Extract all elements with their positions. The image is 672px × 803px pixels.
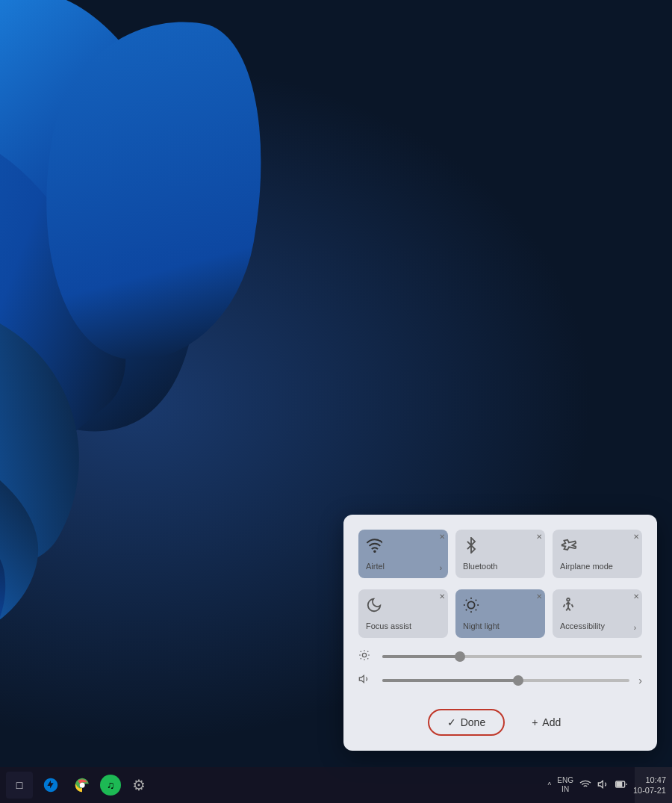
svg-line-9 <box>476 600 476 601</box>
wifi-tray-icon[interactable] <box>579 778 591 793</box>
airplane-label: Airplane mode <box>560 562 613 571</box>
wifi-tile[interactable]: ✕ › Airtel <box>358 530 448 578</box>
brightness-thumb[interactable] <box>455 651 465 662</box>
add-button[interactable]: + Add <box>520 709 573 736</box>
done-button[interactable]: ✓ Done <box>428 709 505 736</box>
volume-track[interactable] <box>382 679 629 682</box>
accessibility-icon <box>560 597 576 617</box>
notification-area[interactable] <box>635 767 672 803</box>
moon-icon <box>366 597 382 617</box>
svg-point-1 <box>467 601 474 608</box>
taskbar-app-edge[interactable] <box>37 772 64 799</box>
accessibility-label: Accessibility <box>560 621 605 630</box>
volume-expand-icon[interactable]: › <box>638 675 642 686</box>
taskbar-right-area: ^ ENGIN <box>548 775 666 796</box>
brightness-icon <box>463 597 479 617</box>
wifi-pin-icon: ✕ <box>439 533 445 541</box>
focus-pin-icon: ✕ <box>439 592 445 601</box>
night-light-label: Night light <box>463 621 500 630</box>
bluetooth-label: Bluetooth <box>463 562 497 571</box>
bluetooth-tile[interactable]: ✕ Bluetooth <box>455 530 545 578</box>
accessibility-pin-icon: ✕ <box>633 592 639 601</box>
volume-icon <box>358 673 373 688</box>
svg-line-18 <box>361 658 361 659</box>
wallpaper-petals <box>0 0 388 613</box>
focus-assist-label: Focus assist <box>366 621 411 630</box>
taskbar-app-unknown[interactable]: □ <box>6 772 33 799</box>
taskbar-app-chrome[interactable] <box>69 772 96 799</box>
volume-slider-row: › <box>358 673 642 688</box>
svg-marker-20 <box>359 675 364 682</box>
svg-line-5 <box>476 610 476 610</box>
brightness-track[interactable] <box>382 655 642 658</box>
brightness-slider-row <box>358 649 642 664</box>
done-label: Done <box>461 716 485 728</box>
volume-fill <box>382 679 518 682</box>
airplane-icon <box>560 537 576 557</box>
focus-assist-tile[interactable]: ✕ Focus assist <box>358 589 448 638</box>
wifi-icon <box>366 537 382 557</box>
taskbar-app-settings[interactable]: ⚙ <box>125 772 152 799</box>
taskbar-apps: □ ♫ ⚙ <box>6 772 152 799</box>
done-check-icon: ✓ <box>447 716 456 728</box>
svg-marker-23 <box>598 781 603 787</box>
svg-line-19 <box>367 651 368 652</box>
taskbar-app-spotify[interactable]: ♫ <box>100 775 121 796</box>
brightness-fill <box>382 655 460 658</box>
svg-line-8 <box>466 610 467 610</box>
svg-line-14 <box>361 651 361 652</box>
battery-tray-icon[interactable] <box>615 778 627 793</box>
svg-rect-26 <box>617 782 622 786</box>
svg-line-15 <box>367 658 368 659</box>
sun-icon <box>358 649 373 664</box>
language-indicator[interactable]: ENGIN <box>557 776 573 794</box>
taskbar: □ ♫ ⚙ ^ ENGIN <box>0 767 672 803</box>
wifi-arrow-icon: › <box>440 564 442 572</box>
bluetooth-icon <box>463 537 479 557</box>
night-light-tile[interactable]: ✕ Night light <box>455 589 545 638</box>
airplane-pin-icon: ✕ <box>633 533 639 541</box>
qs-tiles-row1: ✕ › Airtel ✕ <box>358 530 642 578</box>
wifi-label: Airtel <box>366 562 385 571</box>
accessibility-tile[interactable]: ✕ › Accessibility <box>553 589 642 638</box>
svg-point-11 <box>362 653 366 657</box>
night-light-pin-icon: ✕ <box>536 592 542 601</box>
airplane-tile[interactable]: ✕ Airplane mode <box>553 530 642 578</box>
qs-tiles-row2: ✕ Focus assist ✕ <box>358 589 642 638</box>
svg-point-10 <box>567 598 570 601</box>
add-plus-icon: + <box>532 716 538 728</box>
accessibility-arrow-icon: › <box>634 624 636 632</box>
quick-settings-panel: ✕ › Airtel ✕ <box>343 515 657 751</box>
qs-bottom-actions: ✓ Done + Add <box>358 701 642 736</box>
volume-tray-icon[interactable] <box>597 778 609 793</box>
system-tray-chevron[interactable]: ^ <box>548 781 552 790</box>
desktop: ✕ › Airtel ✕ <box>0 0 672 803</box>
volume-thumb[interactable] <box>513 675 523 686</box>
add-label: Add <box>542 716 561 728</box>
svg-line-4 <box>466 600 467 601</box>
svg-point-0 <box>374 551 376 552</box>
bluetooth-pin-icon: ✕ <box>536 533 542 541</box>
